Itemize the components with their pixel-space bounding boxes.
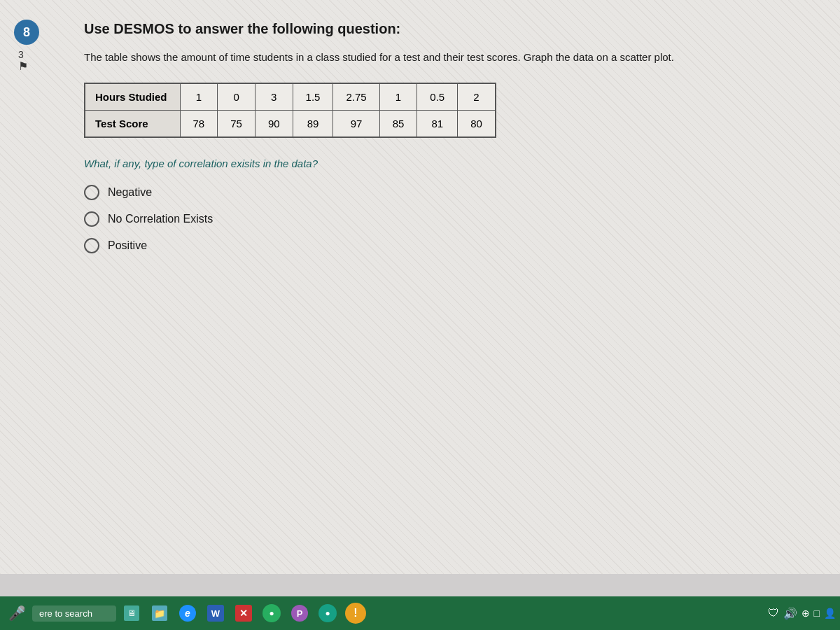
table-row-label-score: Test Score <box>85 110 180 137</box>
table-row-scores: Test Score 78 75 90 89 97 85 81 80 <box>85 110 496 137</box>
taskbar-icon-desktop[interactable]: 🖥 <box>119 601 144 626</box>
question-number-badge: 8 <box>14 20 39 45</box>
taskbar-icon-p[interactable]: P <box>287 601 312 626</box>
taskbar: 🎤 ere to search 🖥 📁 e W ✕ ● P ● ! 🛡 🔊 ⊕ … <box>0 596 840 630</box>
bookmark-icon: ⚑ <box>18 59 28 73</box>
page-number: 3 <box>18 49 24 60</box>
table-cell: 78 <box>180 110 218 137</box>
taskbar-icon-notif[interactable]: ! <box>343 601 368 626</box>
option-positive[interactable]: Positive <box>84 238 798 253</box>
table-cell: 3 <box>255 83 293 111</box>
table-cell: 1 <box>379 83 417 111</box>
label-no-correlation: No Correlation Exists <box>108 213 213 225</box>
option-no-correlation[interactable]: No Correlation Exists <box>84 211 798 227</box>
table-cell: 0 <box>218 83 255 111</box>
answer-options: Negative No Correlation Exists Positive <box>84 185 798 253</box>
data-table: Hours Studied 1 0 3 1.5 2.75 1 0.5 2 Tes… <box>84 83 496 138</box>
data-table-wrapper: Hours Studied 1 0 3 1.5 2.75 1 0.5 2 Tes… <box>84 83 798 138</box>
question-number: 8 <box>23 25 30 40</box>
table-cell: 2.75 <box>333 83 379 111</box>
taskbar-icon-folder[interactable]: 📁 <box>147 601 172 626</box>
table-cell: 80 <box>458 110 496 137</box>
table-cell: 1.5 <box>293 83 333 111</box>
table-header-label: Hours Studied <box>85 83 180 111</box>
radio-no-correlation[interactable] <box>84 211 99 227</box>
tray-icon-network: ⊕ <box>802 608 810 619</box>
table-cell: 81 <box>417 110 458 137</box>
taskbar-icon-circle-green[interactable]: ● <box>259 601 284 626</box>
taskbar-icon-word[interactable]: W <box>203 601 228 626</box>
tray-icon-action: □ <box>814 608 820 619</box>
table-cell: 0.5 <box>417 83 458 111</box>
taskbar-search[interactable]: ere to search <box>32 606 116 622</box>
taskbar-icon-circle-teal[interactable]: ● <box>315 601 340 626</box>
radio-negative[interactable] <box>84 185 99 200</box>
table-cell: 75 <box>218 110 255 137</box>
question-body: The table shows the amount of time stude… <box>84 50 798 66</box>
label-positive: Positive <box>108 239 147 252</box>
mic-button[interactable]: 🎤 <box>4 601 29 626</box>
table-cell: 89 <box>293 110 333 137</box>
table-cell: 90 <box>255 110 293 137</box>
table-cell: 85 <box>379 110 417 137</box>
taskbar-search-text: ere to search <box>39 608 92 619</box>
table-cell: 97 <box>333 110 379 137</box>
question-title: Use DESMOS to answer the following quest… <box>84 21 798 37</box>
radio-positive[interactable] <box>84 238 99 253</box>
taskbar-system-tray: 🛡 🔊 ⊕ □ 👤 <box>768 607 836 620</box>
question-prompt: What, if any, type of correlation exisit… <box>84 158 798 169</box>
tray-icon-volume: 🔊 <box>783 607 797 620</box>
taskbar-icon-x[interactable]: ✕ <box>231 601 256 626</box>
tray-icon-person: 👤 <box>824 608 836 619</box>
label-negative: Negative <box>108 186 152 199</box>
table-cell: 1 <box>180 83 218 111</box>
option-negative[interactable]: Negative <box>84 185 798 200</box>
main-content: 8 3 ⚑ Use DESMOS to answer the following… <box>0 0 840 574</box>
table-row-hours: Hours Studied 1 0 3 1.5 2.75 1 0.5 2 <box>85 83 496 111</box>
taskbar-icon-browser[interactable]: e <box>175 601 200 626</box>
tray-icon-shield: 🛡 <box>768 607 779 620</box>
table-cell: 2 <box>458 83 496 111</box>
